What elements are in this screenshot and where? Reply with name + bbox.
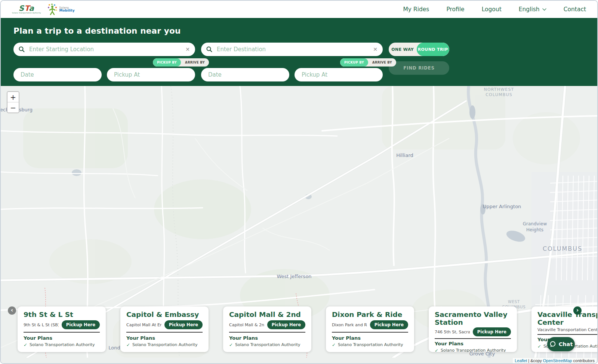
zoom-out-button[interactable]: − xyxy=(7,102,19,112)
zoom-in-button[interactable]: + xyxy=(7,92,19,102)
destination-field: ✕ xyxy=(201,43,383,56)
return-date-field xyxy=(201,68,289,81)
card-subtitle: Vacaville Transportation Cent... xyxy=(537,327,598,332)
trip-type-toggle: ONE WAY ROUND TRIP xyxy=(389,43,449,56)
check-icon: ✓ xyxy=(435,348,438,352)
return-time-field xyxy=(295,68,383,81)
card-subtitle: Dixon Park and Ride, Dixon xyxy=(332,323,367,327)
mobility-logo-line2: Mobility xyxy=(59,9,75,12)
map-attribution: Leaflet | &copy OpenStreetMap contributo… xyxy=(513,358,597,363)
find-rides-button[interactable]: FIND RIDES xyxy=(389,61,449,75)
logo-group: STa Solano Transportation Authority Sola… xyxy=(12,3,75,15)
sta-logo-text: STa xyxy=(19,4,34,12)
check-icon: ✓ xyxy=(24,343,27,347)
depart-mode-toggle: PICKUP BY ARRIVE BY xyxy=(153,58,209,67)
pickup-here-button[interactable]: Pickup Here xyxy=(473,327,511,336)
main-nav: My Rides Profile Logout English Contact xyxy=(403,6,586,13)
location-card-capitol-embassy: Capitol & Embassy Capitol Mall At Embass… xyxy=(120,306,209,352)
location-card-dixon: Dixon Park & Ride Dixon Park and Ride, D… xyxy=(326,306,414,352)
depart-time-input[interactable] xyxy=(113,71,189,78)
location-card-sacramento-valley: Sacramento Valley Station 746 5th St, Sa… xyxy=(429,306,517,352)
mobility-figure-icon xyxy=(47,3,58,15)
plan-name: Solano Transportation Authority xyxy=(338,342,403,347)
check-icon: ✓ xyxy=(537,344,541,349)
plan-row: ✓Solano Transportation Authority xyxy=(435,348,511,352)
card-title: Capitol Mall & 2nd xyxy=(229,311,305,318)
chat-button[interactable]: Chat xyxy=(547,337,575,351)
return-mode-toggle: PICKUP BY ARRIVE BY xyxy=(340,58,396,67)
map-zoom-control: + − xyxy=(7,91,19,113)
trip-planner-title: Plan a trip to a destination near you xyxy=(13,26,181,36)
starting-location-input[interactable] xyxy=(28,46,182,53)
plan-row: ✓Solano Transportation Authority xyxy=(24,342,100,347)
card-divider xyxy=(537,334,598,335)
card-subtitle: Capitol Mall At Embassy... xyxy=(126,323,161,327)
chat-button-label: Chat xyxy=(559,341,573,347)
sta-logo-subtext: Solano Transportation Authority xyxy=(12,12,41,14)
nav-language-label: English xyxy=(519,6,540,13)
page: STa Solano Transportation Authority Sola… xyxy=(0,0,598,364)
attribution-suffix: contributors xyxy=(572,358,595,363)
card-divider xyxy=(435,338,511,339)
return-time-input[interactable] xyxy=(301,71,376,78)
arrive-by-option[interactable]: ARRIVE BY xyxy=(181,58,209,67)
sta-logo[interactable]: STa Solano Transportation Authority xyxy=(12,4,41,14)
carousel-prev-button[interactable]: ‹ xyxy=(8,306,16,315)
chat-bubble-icon xyxy=(549,341,556,348)
nav-contact[interactable]: Contact xyxy=(564,6,586,13)
check-icon: ✓ xyxy=(126,343,130,347)
card-title: 9th St & L St xyxy=(24,311,100,318)
check-icon: ✓ xyxy=(229,343,233,347)
trip-planner-panel: Plan a trip to a destination near you ✕ … xyxy=(1,18,597,86)
pickup-by-option[interactable]: PICKUP BY xyxy=(340,58,368,67)
pickup-by-option[interactable]: PICKUP BY xyxy=(153,58,181,67)
openstreetmap-link[interactable]: OpenStreetMap xyxy=(543,358,572,363)
round-trip-option[interactable]: ROUND TRIP xyxy=(417,43,449,56)
one-way-option[interactable]: ONE WAY xyxy=(389,43,417,56)
pickup-here-button[interactable]: Pickup Here xyxy=(164,320,203,329)
search-icon xyxy=(206,46,212,52)
check-icon: ✓ xyxy=(332,343,336,347)
card-title: Dixon Park & Ride xyxy=(332,311,408,318)
card-divider xyxy=(24,332,100,333)
nav-profile[interactable]: Profile xyxy=(446,6,464,13)
your-plans-heading: Your Plans xyxy=(332,335,408,341)
plan-row: ✓Solano Transportation Authority xyxy=(126,342,203,347)
card-subtitle: 9th St & L St (SB),... xyxy=(24,323,59,327)
clear-destination-icon[interactable]: ✕ xyxy=(373,47,377,52)
plan-name: Solano Transportation Authority xyxy=(132,342,198,347)
plan-name: Solano Transportation Authority xyxy=(235,342,300,347)
search-icon xyxy=(19,46,25,52)
nav-language-dropdown[interactable]: English xyxy=(519,6,546,13)
card-title: Sacramento Valley Station xyxy=(435,311,511,326)
depart-date-field xyxy=(13,68,102,81)
destination-input[interactable] xyxy=(216,46,369,53)
solano-mobility-logo[interactable]: Solano Mobility xyxy=(47,3,75,15)
depart-date-input[interactable] xyxy=(20,71,95,78)
card-divider xyxy=(126,332,203,333)
leaflet-link[interactable]: Leaflet xyxy=(515,358,527,363)
card-title: Vacaville Transportation Center xyxy=(537,311,598,326)
location-card-9th-st: 9th St & L St 9th St & L St (SB),... Pic… xyxy=(18,306,106,352)
pickup-here-button[interactable]: Pickup Here xyxy=(370,320,408,329)
depart-time-field xyxy=(107,68,195,81)
your-plans-heading: Your Plans xyxy=(435,341,511,346)
pickup-here-button[interactable]: Pickup Here xyxy=(267,320,305,329)
nav-logout[interactable]: Logout xyxy=(482,6,502,13)
return-date-input[interactable] xyxy=(207,71,283,78)
carousel-next-button[interactable]: › xyxy=(573,306,582,315)
plan-row: ✓Solano Transportation Authority xyxy=(229,342,305,347)
card-subtitle: 746 5th St, Sacramento xyxy=(435,330,470,334)
starting-location-field: ✕ xyxy=(13,43,195,56)
attribution-separator: | &copy xyxy=(527,358,543,363)
clear-start-icon[interactable]: ✕ xyxy=(185,47,190,52)
plan-row: ✓Solano Transportation Authority xyxy=(332,342,408,347)
plan-name: Solano Transportation Authority xyxy=(30,342,95,347)
chevron-down-icon xyxy=(542,8,546,11)
pickup-here-button[interactable]: Pickup Here xyxy=(62,320,100,329)
nav-my-rides[interactable]: My Rides xyxy=(403,6,429,13)
your-plans-heading: Your Plans xyxy=(126,335,203,341)
top-navigation-bar: STa Solano Transportation Authority Sola… xyxy=(1,1,597,18)
chevron-left-icon: ‹ xyxy=(11,307,13,313)
card-divider xyxy=(332,332,408,333)
